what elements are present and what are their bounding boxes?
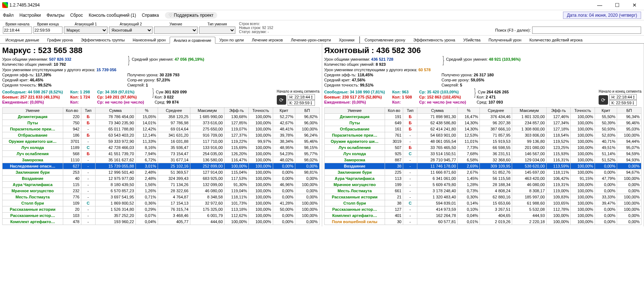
- seg-end[interactable]: К: 22:59:59▲▼: [609, 100, 637, 106]
- table-row[interactable]: Месть Лостмаута 661 - 3 178 248,400,73%4…: [324, 188, 641, 194]
- table-row[interactable]: Рассказанные истории 20 - 1 526 314,800,…: [3, 206, 320, 212]
- tab-4[interactable]: Анализ и сравнение: [170, 37, 215, 44]
- tab-7[interactable]: Лечение-урон-смерти: [287, 36, 335, 43]
- col-header[interactable]: БП: [295, 107, 319, 113]
- time-end-input[interactable]: [33, 27, 62, 34]
- table-row[interactable]: Мрачное могущество 232 - 6 570 857,231,2…: [3, 188, 320, 194]
- player-name: Маркус : 523 565 388: [2, 46, 320, 55]
- col-header[interactable]: Эфф-ть: [546, 107, 571, 113]
- col-header[interactable]: Умение: [324, 107, 385, 113]
- table-row[interactable]: Заморозка 887 - 28 710 945,776,58%32 368…: [324, 157, 641, 163]
- table-row[interactable]: Луч холода 925 С 33 514 150,517,68%36 23…: [324, 150, 641, 157]
- date-badge: Дата лога: 04 июня, 2020 (четверг): [563, 12, 641, 19]
- col-header[interactable]: Крит: [595, 107, 617, 113]
- tab-0[interactable]: Исходные данные: [1, 36, 43, 43]
- attacker2-select[interactable]: Яхонтовый: [109, 27, 153, 34]
- col-header[interactable]: Тип: [403, 107, 417, 113]
- col-header[interactable]: Сумма: [417, 107, 458, 113]
- minimize-button[interactable]: —: [592, 1, 607, 9]
- table-row[interactable]: Комплект артефакто… 401 - 162 264,780,04…: [324, 212, 641, 218]
- table-row[interactable]: Аура Чартилифакса 115 - 8 180 439,501,56…: [3, 181, 320, 188]
- seg-end[interactable]: К: 22:59:59▲▼: [288, 100, 315, 106]
- menu-filters[interactable]: Фильтры: [46, 13, 64, 18]
- skills-table: УмениеКол-воТипСумма%СреднееМаксимумЭфф-…: [2, 107, 320, 225]
- maximize-button[interactable]: ☐: [610, 1, 624, 9]
- table-row[interactable]: Столп бури 38 С 594 839,010,14%15 653,66…: [324, 200, 641, 206]
- table-row[interactable]: Аура Чартилифакса 113 - 6 341 061,001,45…: [324, 175, 641, 181]
- col-header[interactable]: Сумма: [95, 107, 135, 113]
- menu-help[interactable]: Справка: [142, 13, 159, 18]
- close-button[interactable]: ✕: [627, 1, 642, 9]
- col-header[interactable]: БП: [617, 107, 641, 113]
- col-header[interactable]: %: [135, 107, 158, 113]
- col-header[interactable]: Максимум: [512, 107, 546, 113]
- seg-start[interactable]: Н: 22:18:44▲▼: [609, 94, 637, 100]
- seg-start[interactable]: Н: 22:18:44▲▼: [288, 94, 315, 100]
- table-row[interactable]: Луч холода 1189 С 42 728 466,038,16%35 9…: [3, 144, 320, 150]
- skill-select[interactable]: [154, 27, 198, 34]
- table-row[interactable]: Воздаяние 40 - 12 975 977,002,48%324 399…: [3, 175, 320, 181]
- skill-type-select[interactable]: [199, 27, 235, 34]
- col-header[interactable]: Точность: [571, 107, 595, 113]
- table-row[interactable]: Луч ослабления 507 Б 33 765 465,507,73%6…: [324, 144, 641, 150]
- col-header[interactable]: Крит: [273, 107, 295, 113]
- refresh-button[interactable]: ⟳: [599, 95, 608, 105]
- search-input[interactable]: [532, 27, 641, 34]
- attacker1-select[interactable]: Маркус: [64, 27, 108, 34]
- support-button[interactable]: ♡Поддержать проект: [165, 12, 217, 19]
- table-row[interactable]: Отбрасывание 161 Б 62 414 241,8014,30%38…: [324, 126, 641, 132]
- col-header[interactable]: Максимум: [190, 107, 224, 113]
- table-row[interactable]: Отбрасывание 186 Б 63 543 403,2012,14%34…: [3, 132, 320, 138]
- col-header[interactable]: Эфф-ть: [224, 107, 249, 113]
- col-header[interactable]: Тип: [81, 107, 95, 113]
- tab-6[interactable]: Лечение игроков: [248, 36, 287, 43]
- menu-reset[interactable]: Сброс: [70, 13, 83, 18]
- col-header[interactable]: Точность: [248, 107, 273, 113]
- tab-1[interactable]: График урона: [43, 36, 77, 43]
- table-row[interactable]: Поразительное преи… 942 - 65 011 788,801…: [3, 126, 320, 132]
- tab-13[interactable]: Количество действий игрока: [525, 36, 586, 43]
- table-row[interactable]: Оружие ядовитого ши… 3019 - 48 061 055,5…: [324, 138, 641, 144]
- table-row[interactable]: Путы 750 Б 73 340 235,9014,01%97 786,983…: [3, 120, 320, 126]
- tab-10[interactable]: Эффективность урона: [409, 36, 459, 43]
- menu-file[interactable]: Файл: [3, 13, 14, 18]
- col-header[interactable]: Умение: [3, 107, 63, 113]
- player-stats: Урон общими умениями: 436 521 728 Количе…: [324, 57, 642, 88]
- col-header[interactable]: Среднее: [158, 107, 190, 113]
- col-header[interactable]: Кол-во: [385, 107, 403, 113]
- table-row[interactable]: Дезинтеграция 220 Б 78 786 454,0015,05%3…: [3, 113, 320, 120]
- table-row[interactable]: Поразительное преи… 761 - 54 683 901,001…: [324, 132, 641, 138]
- menu-console[interactable]: Консоль сообщений (1): [89, 13, 136, 18]
- table-row[interactable]: Столп бури 109 С 1 869 800,520,36%17 154…: [3, 200, 320, 206]
- table-row[interactable]: Заклинание бури 225 - 11 666 871,602,67%…: [324, 169, 641, 175]
- table-row[interactable]: Дезинтеграция 191 Б 71 898 981,3016,47%3…: [324, 113, 641, 120]
- tab-2[interactable]: Эффективность группы: [77, 36, 129, 43]
- table-row[interactable]: Рассказанные истории 21 - 1 320 483,400,…: [324, 194, 641, 200]
- col-header[interactable]: Кол-во: [63, 107, 81, 113]
- tab-8[interactable]: Хроники: [335, 36, 359, 43]
- col-header[interactable]: %: [458, 107, 480, 113]
- table-row[interactable]: Оружие ядовитого ши… 3701 - 59 333 972,9…: [3, 138, 320, 144]
- tab-9[interactable]: Сопротивление урону: [361, 36, 409, 43]
- menu-settings[interactable]: Настройки: [20, 13, 41, 18]
- tab-5[interactable]: Урон по цели: [215, 36, 248, 43]
- tab-12[interactable]: Полученный урон: [485, 36, 526, 43]
- table-row[interactable]: Наследование опасн… 627 - 15 739 055,883…: [3, 163, 320, 169]
- tab-3[interactable]: Нанесенный урон: [129, 36, 170, 43]
- tab-11[interactable]: Убийства: [459, 36, 485, 43]
- table-row[interactable]: Месть Лостмаута 776 - 3 697 541,950,71%4…: [3, 194, 320, 200]
- time-start-input[interactable]: [3, 27, 32, 34]
- table-row[interactable]: Заклинание бури 253 - 12 996 501,402,48%…: [3, 169, 320, 175]
- table-row[interactable]: Заморозка 1110 - 35 161 627,626,72%31 67…: [3, 157, 320, 163]
- col-header[interactable]: Среднее: [480, 107, 512, 113]
- table-row[interactable]: Поля волшебной силы 30 - 60 577,810,01%2…: [324, 218, 641, 225]
- table-row[interactable]: Воздаяние 38 - 11 746 178,002,69%309 109…: [324, 163, 641, 169]
- table-row[interactable]: Рассказанные истор… 127 - 414 973,590,10…: [324, 206, 641, 212]
- refresh-button[interactable]: ⟳: [277, 95, 286, 105]
- table-row[interactable]: Луч ослабления 568 Б 41 551 739,707,94%7…: [3, 150, 320, 157]
- table-row[interactable]: Рассказанные истор… 103 - 357 252,200,07…: [3, 212, 320, 218]
- table-row[interactable]: Путы 649 Б 62 438 586,8014,30%96 207,382…: [324, 120, 641, 126]
- table-row[interactable]: Мрачное могущество 199 - 5 609 479,801,2…: [324, 181, 641, 188]
- search-label: Поиск (F3 - далее):: [495, 28, 531, 32]
- table-row[interactable]: Комплект артефакто… 478 - 193 960,220,04…: [3, 218, 320, 225]
